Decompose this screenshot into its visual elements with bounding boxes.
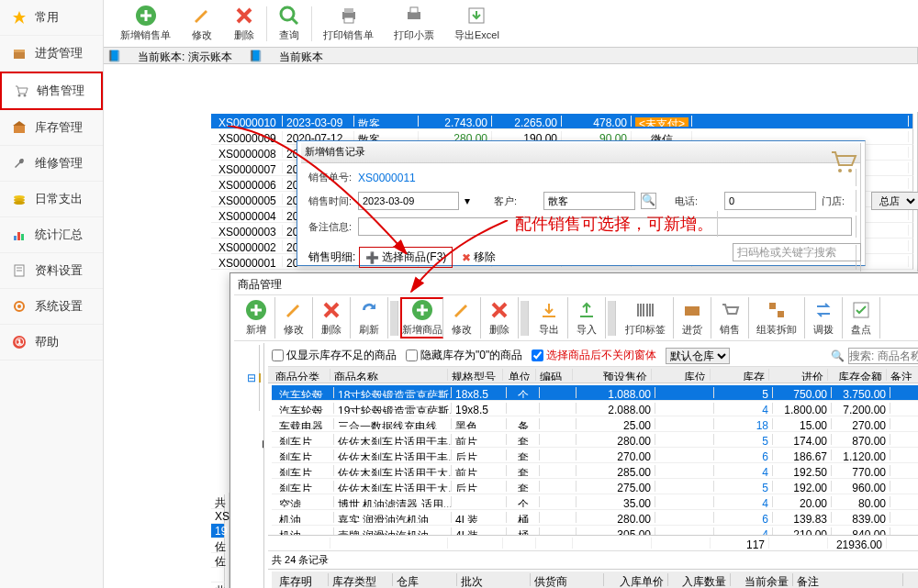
tree-item[interactable]: ⊟全部分类 (241, 345, 260, 411)
calendar-icon[interactable]: ▾ (465, 194, 470, 207)
scan-search-input[interactable]: 扫码枪或关键字搜索 (733, 243, 861, 261)
folder-icon (259, 373, 261, 383)
print-button[interactable]: 打印销售单 (314, 3, 383, 44)
dialog2-title-text: 商品管理 (238, 277, 282, 293)
dialog2-titlebar: 商品管理 — ☐ ✕ (234, 275, 918, 295)
svg-rect-27 (410, 7, 418, 13)
sidebar-item-stats[interactable]: 统计汇总 (0, 217, 103, 253)
phone-input[interactable] (724, 192, 816, 210)
dialog2-toolbar: 新增修改删除刷新新增商品修改删除导出导入打印标签进货销售组装拆卸调拨盘点 (234, 295, 918, 341)
盘点-button[interactable]: 盘点 (843, 297, 880, 338)
help-icon: ① (11, 334, 28, 350)
删除-button[interactable]: 删除 (481, 297, 519, 338)
detail-label: 销售明细: (308, 250, 355, 265)
product-table-header: 商品分类商品名称规格型号单位编码预设售价库位库存进价库存金额备注 (268, 367, 918, 383)
dialog-title: 新增销售记录 (301, 143, 861, 163)
刷新-button[interactable]: 刷新 (351, 297, 388, 338)
sales-table-header: 单号 销售时间 XS00000102023-03-09散客2,743.002,2… (104, 48, 918, 64)
chk-lowstock[interactable]: 仅显示库存不足的商品 (272, 348, 397, 363)
进货-button[interactable]: 进货 (674, 297, 711, 338)
sidebar-item-sales[interactable]: 销售管理 (0, 72, 103, 110)
svg-point-9 (14, 201, 25, 205)
add-sale-button[interactable]: 新增销售单 (111, 3, 180, 44)
printer-icon (338, 5, 360, 27)
sidebar-item-common[interactable]: 常用 (0, 0, 103, 36)
search-button[interactable]: 查询 (269, 3, 309, 44)
customer-input[interactable] (543, 192, 635, 210)
select-product-button[interactable]: ➕选择商品(F3) (359, 247, 453, 268)
调拨-button[interactable]: 调拨 (805, 297, 843, 338)
销售-button[interactable]: 销售 (711, 297, 749, 338)
sidebar-item-help[interactable]: ①帮助 (0, 325, 103, 361)
新增商品-button[interactable]: 新增商品 (400, 297, 443, 338)
product-row[interactable]: 机油嘉实 润滑油汽机油4L装桶280.006139.83839.00 (272, 510, 918, 526)
svg-line-22 (292, 18, 297, 24)
x-icon (233, 5, 255, 27)
chk-hidezero[interactable]: 隐藏库存为"0"的商品 (406, 348, 522, 363)
phone-label: 电话: (675, 194, 719, 208)
svg-rect-24 (344, 8, 353, 13)
tree-item[interactable]: 车载电器 (241, 543, 264, 588)
导出-button[interactable]: 导出 (531, 297, 568, 338)
edit-button[interactable]: 修改 (182, 3, 222, 44)
product-row[interactable]: 车载电器三合一数据线充电线黑色条25.001815.00270.00 (272, 416, 918, 432)
x-icon (320, 299, 342, 321)
导入-button[interactable]: 导入 (568, 297, 606, 338)
export-icon (538, 299, 560, 321)
coins-icon (11, 191, 28, 207)
box-icon (11, 45, 28, 61)
svg-rect-25 (344, 17, 353, 23)
sidebar-item-expense[interactable]: 日常支出 (0, 182, 103, 217)
search-icon: 🔍 (831, 349, 845, 362)
lookup-icon[interactable]: 🔍 (641, 193, 656, 209)
修改-button[interactable]: 修改 (275, 297, 313, 338)
sidebar-item-purchase[interactable]: 进货管理 (0, 36, 103, 72)
sales-row[interactable]: XS00000102023-03-09散客2,743.002,265.00478… (211, 114, 913, 129)
修改-button[interactable]: 修改 (443, 297, 481, 338)
x-small-icon: ✖ (462, 251, 471, 264)
打印标签-button[interactable]: 打印标签 (618, 297, 674, 338)
store-label: 门店: (822, 194, 866, 208)
note-label: 备注信息: (308, 220, 353, 234)
product-row[interactable]: 刹车片佐佐木刹车片适用于丰...后片套270.006186.671,120.00 (272, 448, 918, 463)
import-icon (576, 299, 598, 321)
remove-button[interactable]: ✖移除 (456, 248, 501, 267)
删除-button[interactable]: 删除 (313, 297, 351, 338)
print-receipt-button[interactable]: 打印小票 (385, 3, 443, 44)
pencil-icon (191, 5, 213, 27)
tree-item[interactable]: ⊟汽车用品 (241, 411, 264, 477)
product-row[interactable]: 刹车片佐佐木刹车片适用于大...后片套275.005192.00960.00 (272, 479, 918, 494)
product-search-input[interactable] (848, 348, 918, 364)
svg-rect-34 (769, 303, 776, 309)
chk-keepopen[interactable]: 选择商品后不关闭窗体 (532, 348, 656, 363)
product-row[interactable]: 空滤博世 机油滤清器 适用...个35.00420.0080.00 (272, 494, 918, 510)
sale-time-input[interactable] (358, 192, 459, 210)
product-row[interactable]: 机油壳牌 润滑油汽机油4L装桶305.004210.00840.00 (272, 526, 918, 535)
wrench-icon (11, 155, 28, 172)
sidebar-item-repair[interactable]: 维修管理 (0, 146, 103, 182)
svg-point-3 (18, 94, 21, 97)
product-row[interactable]: 刹车片佐佐木刹车片适用于丰...前片套280.005174.00870.00 (272, 432, 918, 448)
warehouse-select[interactable]: 默认仓库 (666, 348, 730, 364)
refresh-icon (358, 299, 380, 321)
delete-button[interactable]: 删除 (224, 3, 264, 44)
组装拆卸-button[interactable]: 组装拆卸 (749, 297, 805, 338)
product-row[interactable]: 刹车片佐佐木刹车片适用于大...前片套285.004192.50770.00 (272, 463, 918, 479)
order-no-label: 销售单号: (308, 171, 353, 184)
store-select[interactable]: 总店 (871, 192, 918, 210)
product-row[interactable]: 汽车轮毂18寸轮毂锻造雷克萨斯...18x8.5个1,088.005750.00… (272, 385, 918, 401)
main-toolbar: 新增销售单 修改 删除 查询 打印销售单 打印小票 导出Excel (104, 0, 918, 48)
tree-item[interactable]: 汽车装饰 (241, 477, 264, 543)
sidebar-item-inventory[interactable]: 库存管理 (0, 110, 103, 146)
sidebar-item-system[interactable]: 系统设置 (0, 289, 103, 325)
product-row[interactable]: 汽车轮毂19寸轮毂锻造雷克萨斯...19x8.52,088.0041,800.0… (272, 401, 918, 416)
export-excel-button[interactable]: 导出Excel (445, 3, 509, 44)
sidebar-label: 系统设置 (35, 298, 83, 315)
svg-rect-35 (778, 311, 784, 317)
sidebar-label: 常用 (35, 9, 59, 26)
gear-icon (11, 298, 28, 315)
in-icon (681, 299, 703, 321)
chart-icon (11, 227, 28, 243)
新增-button[interactable]: 新增 (238, 297, 275, 338)
sidebar-item-data[interactable]: 资料设置 (0, 253, 103, 289)
